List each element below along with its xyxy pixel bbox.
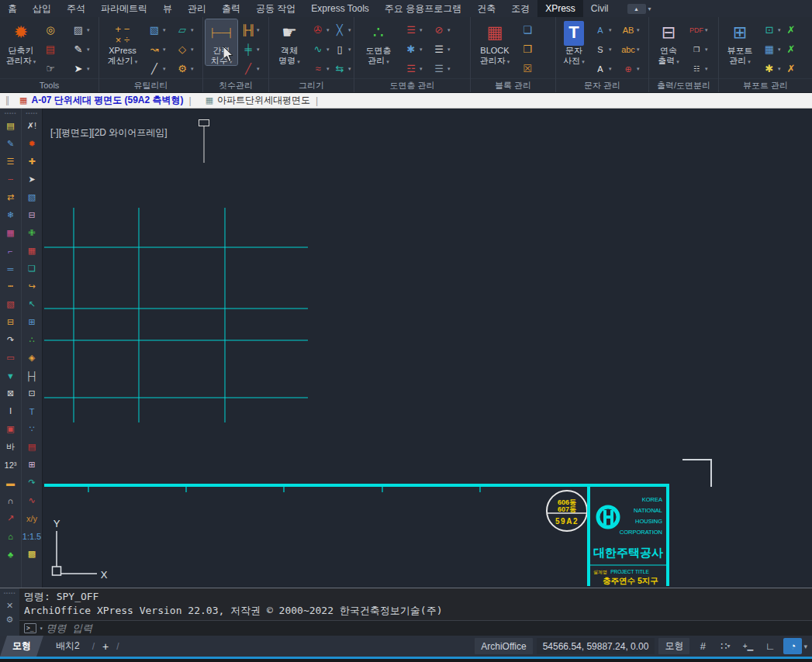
pdf-export-icon[interactable]: PDF bbox=[688, 21, 714, 39]
chevron-down-icon[interactable]: ▾ bbox=[803, 643, 807, 650]
bar-text-icon[interactable]: 바 bbox=[2, 438, 19, 456]
object-command-button[interactable]: ☛ 객체 명령 bbox=[271, 19, 307, 65]
house-points-icon[interactable]: ⌂ bbox=[2, 527, 19, 545]
move-rect-icon[interactable]: ▱ bbox=[174, 21, 200, 39]
app-name-button[interactable]: ArchiOffice bbox=[475, 638, 532, 654]
text-spell-icon[interactable]: S bbox=[592, 40, 618, 58]
offset-shape-icon[interactable]: ⇄ bbox=[2, 188, 19, 206]
zigzag-icon[interactable]: ∿ bbox=[23, 491, 41, 509]
snap-toggle-icon[interactable]: ∷ bbox=[716, 638, 734, 654]
red-book-icon[interactable]: ▤ bbox=[23, 438, 41, 456]
ortho-toggle-icon[interactable]: ∟ bbox=[761, 638, 779, 654]
dots-rect-icon[interactable]: ⊡ bbox=[23, 384, 41, 402]
figure-add-icon[interactable]: ✙ bbox=[23, 224, 41, 242]
layer-stack-icon[interactable]: ☰ bbox=[430, 40, 457, 58]
diamond-tool-icon[interactable]: ◇ bbox=[174, 40, 200, 58]
figure-plus2-icon[interactable]: ✗ bbox=[783, 40, 803, 58]
move-rect-icon[interactable]: ↖ bbox=[23, 295, 41, 313]
hook-arrow-icon[interactable]: ↪ bbox=[23, 278, 41, 295]
curve-icon[interactable]: ∿ bbox=[309, 40, 330, 58]
viewport-scale-icon[interactable]: ✱ bbox=[761, 60, 781, 78]
layout-tab[interactable]: 배치2 bbox=[43, 636, 92, 657]
select-list-icon[interactable]: ➤ bbox=[70, 60, 96, 78]
paper-roll-icon[interactable]: ▯ bbox=[331, 40, 351, 58]
screen-setup-icon[interactable]: ▤ bbox=[2, 117, 19, 135]
block-tool-icon[interactable]: ▦ bbox=[23, 242, 41, 260]
block-manager-button[interactable]: ▦ BLOCK 관리자 bbox=[473, 19, 517, 65]
text-dictionary-button[interactable]: T 문자 사전 bbox=[558, 19, 589, 65]
window-frame-icon[interactable]: ⊞ bbox=[23, 456, 41, 474]
ortho-lines-icon[interactable]: ☰ bbox=[2, 153, 19, 171]
copies-icon[interactable]: ❒ bbox=[688, 40, 714, 58]
text-abc-arc-icon[interactable]: abc bbox=[620, 40, 646, 58]
table-icon[interactable]: ⊞ bbox=[23, 313, 41, 331]
xpress-calculator-button[interactable]: + − × ÷ XPress 계산기 bbox=[102, 19, 143, 65]
red-frame-icon[interactable]: ▣ bbox=[2, 420, 19, 438]
i-beam-icon[interactable]: Ⅰ bbox=[2, 402, 19, 420]
document-tab[interactable]: ▦ A-07 단위세대 평면도 (59A2 측벽형) | bbox=[13, 93, 199, 108]
viewport-manager-button[interactable]: ⊞ 뷰포트 관리 bbox=[721, 19, 758, 65]
spiral-icon[interactable]: ✇ bbox=[309, 21, 330, 39]
layer-star-icon[interactable]: ✱ bbox=[403, 40, 429, 58]
book-icon[interactable]: ▤ bbox=[42, 40, 68, 58]
model-space-button[interactable]: 모형 bbox=[658, 638, 689, 654]
dynamic-input-icon[interactable]: +▁ bbox=[738, 638, 757, 654]
layer-manager-button[interactable]: ∴ 도면층 관리 bbox=[357, 19, 400, 65]
line-tool-icon[interactable]: ╱ bbox=[146, 60, 172, 78]
xy-calc-icon[interactable]: x/y bbox=[23, 509, 41, 527]
x-box-icon[interactable]: ⊠ bbox=[2, 384, 19, 402]
measure-arrows-icon[interactable]: ↝ bbox=[146, 40, 172, 58]
dots-curve-icon[interactable]: ∵ bbox=[23, 420, 41, 438]
command-input[interactable] bbox=[46, 622, 807, 634]
footprints-icon[interactable]: ∴ bbox=[23, 331, 41, 349]
block-folder-icon[interactable]: ❒ bbox=[519, 40, 539, 58]
book-t-icon[interactable]: T bbox=[23, 402, 41, 420]
bracket-icon[interactable]: ⌐ bbox=[2, 242, 19, 260]
block-x-icon[interactable]: ▧ bbox=[2, 295, 19, 313]
calc-icon[interactable]: ✚ bbox=[23, 153, 41, 171]
color-book-icon[interactable]: ▦ bbox=[2, 224, 19, 242]
grid-toggle-icon[interactable]: # bbox=[693, 638, 712, 654]
pan-hand-icon[interactable]: ☞ bbox=[42, 60, 68, 78]
dim-shape-icon[interactable]: ├┤ bbox=[23, 367, 41, 384]
rect-dots-icon[interactable]: ▭ bbox=[2, 349, 19, 367]
dim-linear-icon[interactable]: ╟╢ bbox=[240, 21, 266, 39]
document-tab[interactable]: ▦ 아파트단위세대평면도 | bbox=[199, 93, 327, 108]
slope-arrow-icon[interactable]: ↗ bbox=[2, 509, 19, 527]
new-layout-button[interactable]: + bbox=[95, 640, 116, 653]
curve-arrow-icon[interactable]: ↷ bbox=[23, 474, 41, 491]
exp-123-icon[interactable]: 12³ bbox=[2, 456, 19, 474]
polar-tracking-icon[interactable]: ◔ bbox=[783, 638, 802, 654]
road-lines-icon[interactable]: ═ bbox=[2, 260, 19, 278]
hatch-tee-icon[interactable]: ▼ bbox=[2, 367, 19, 384]
print-icon[interactable]: ⊟ bbox=[23, 206, 41, 224]
arrow-line-icon[interactable]: ⇆ bbox=[331, 60, 351, 78]
doc-edit-icon[interactable]: ✎ bbox=[2, 135, 19, 153]
terminal-prompt-icon[interactable]: >_ bbox=[24, 623, 36, 633]
annotate-icon[interactable]: ✎ bbox=[70, 40, 96, 58]
road-dots-icon[interactable]: ┅ bbox=[2, 278, 19, 295]
tree-zoom-icon[interactable]: ♣ bbox=[2, 545, 19, 563]
block-trash-icon[interactable]: ☒ bbox=[519, 60, 539, 78]
wrench-icon[interactable]: ⚙ bbox=[6, 615, 14, 625]
text-style-icon[interactable]: A bbox=[592, 21, 618, 39]
map-icon[interactable]: ▩ bbox=[23, 545, 41, 563]
viewport-render-icon[interactable]: ⊡ bbox=[761, 21, 781, 39]
layers-icon[interactable]: ▨ bbox=[70, 21, 96, 39]
layout-tab[interactable]: 모형 bbox=[0, 636, 43, 657]
hook-arc-icon[interactable]: ↷ bbox=[2, 331, 19, 349]
centerline-icon[interactable]: ┄ bbox=[2, 171, 19, 188]
shortcut-manager-button[interactable]: ✹ 단축키 관리자 bbox=[2, 19, 40, 65]
dim-slope-icon[interactable]: ╱ bbox=[240, 60, 266, 78]
text-ab-icon[interactable]: AB bbox=[620, 21, 646, 39]
zigzag-icon[interactable]: ≈ bbox=[309, 60, 330, 78]
zoom-icon[interactable]: ◎ bbox=[42, 21, 68, 39]
gears-icon[interactable]: ⚙ bbox=[174, 60, 200, 78]
explode-icon[interactable]: ✹ bbox=[23, 135, 41, 153]
sofa-icon[interactable]: ▬ bbox=[2, 474, 19, 491]
hatch-lines-icon[interactable]: ╳ bbox=[331, 21, 351, 39]
block-copy-icon[interactable]: ❏ bbox=[519, 21, 539, 39]
layer-red-stack-icon[interactable]: ☲ bbox=[403, 60, 429, 78]
sheet-split-icon[interactable]: ☷ bbox=[688, 60, 714, 78]
panel-grip[interactable]: ▪▪▪▪▪ bbox=[4, 590, 16, 597]
